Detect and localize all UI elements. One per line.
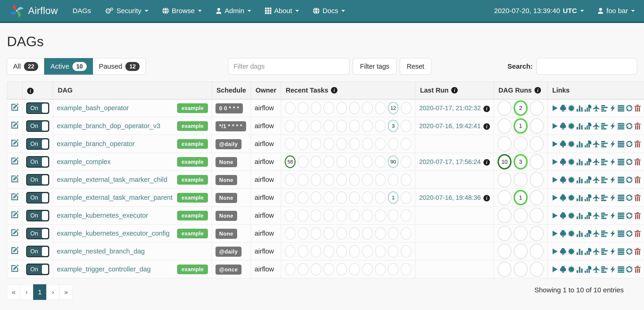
delete-dag-icon[interactable] <box>634 230 641 237</box>
graph-view-icon[interactable] <box>568 176 575 183</box>
schedule-badge[interactable]: @daily <box>216 247 242 257</box>
landing-times-icon[interactable] <box>593 194 600 201</box>
dag-run-running-circle[interactable]: 1 <box>514 118 528 134</box>
landing-times-icon[interactable] <box>593 123 600 130</box>
refresh-icon[interactable] <box>626 141 633 148</box>
recent-task-running-circle[interactable] <box>298 191 308 204</box>
recent-task-failed-circle[interactable] <box>310 155 321 168</box>
tree-view-icon[interactable] <box>560 194 566 201</box>
dag-run-failed-circle[interactable] <box>530 100 544 116</box>
recent-task-running-circle[interactable] <box>298 263 308 276</box>
dag-pause-toggle[interactable]: On <box>26 102 49 114</box>
filter-dags-input[interactable] <box>228 58 350 75</box>
recent-task-none-circle[interactable]: 1 <box>388 191 398 204</box>
dag-tag-badge[interactable]: example <box>177 175 208 185</box>
trigger-dag-icon[interactable] <box>551 123 558 130</box>
gantt-view-icon[interactable] <box>601 105 608 112</box>
recent-task-upstream_failed-circle[interactable] <box>324 263 334 276</box>
recent-task-scheduled-circle[interactable] <box>401 191 412 204</box>
dag-tag-badge[interactable]: example <box>177 193 208 202</box>
recent-task-queued-circle[interactable] <box>375 155 386 168</box>
task-duration-icon[interactable] <box>576 176 583 183</box>
recent-task-running-circle[interactable] <box>298 102 308 114</box>
schedule-badge[interactable]: 0 0 * * * <box>216 103 243 113</box>
recent-task-running-circle[interactable] <box>298 209 308 222</box>
recent-task-success-circle[interactable] <box>285 209 296 222</box>
recent-task-skipped-circle[interactable] <box>336 227 347 240</box>
edit-dag-icon[interactable] <box>11 139 19 147</box>
recent-task-running-circle[interactable] <box>298 173 308 186</box>
task-duration-icon[interactable] <box>576 105 583 112</box>
code-view-icon[interactable] <box>609 266 616 273</box>
recent-task-up_for_retry-circle[interactable] <box>349 138 360 150</box>
dag-run-running-circle[interactable] <box>514 136 528 152</box>
recent-task-up_for_retry-circle[interactable] <box>349 227 360 240</box>
dag-tag-badge[interactable]: example <box>177 139 208 149</box>
recent-task-scheduled-circle[interactable] <box>401 263 412 276</box>
edit-dag-icon[interactable] <box>11 121 19 129</box>
recent-task-queued-circle[interactable] <box>375 263 386 276</box>
code-view-icon[interactable] <box>609 248 616 255</box>
logs-icon[interactable] <box>618 123 624 130</box>
dag-run-running-circle[interactable] <box>514 262 528 277</box>
recent-task-success-circle[interactable]: 58 <box>285 155 296 168</box>
refresh-icon[interactable] <box>626 176 633 183</box>
filter-paused-button[interactable]: Paused 12 <box>93 58 146 75</box>
schedule-badge[interactable]: None <box>216 175 237 185</box>
dag-run-success-circle[interactable] <box>498 190 512 205</box>
recent-task-scheduled-circle[interactable] <box>401 120 412 132</box>
recent-task-skipped-circle[interactable] <box>336 173 347 186</box>
dag-name-link[interactable]: example_kubernetes_executor <box>57 212 148 219</box>
edit-dag-icon[interactable] <box>11 175 19 183</box>
recent-task-failed-circle[interactable] <box>310 138 321 150</box>
recent-task-success-circle[interactable] <box>285 173 296 186</box>
recent-task-none-circle[interactable]: 90 <box>388 155 398 168</box>
recent-task-scheduled-circle[interactable] <box>401 173 412 186</box>
nav-item-browse[interactable]: Browse <box>162 7 202 15</box>
recent-task-up_for_reschedule-circle[interactable] <box>362 245 373 258</box>
filter-tags-select[interactable]: Filter tags <box>353 58 396 75</box>
logs-icon[interactable] <box>618 266 624 273</box>
logs-icon[interactable] <box>618 248 624 255</box>
tree-view-icon[interactable] <box>560 212 566 219</box>
dag-run-failed-circle[interactable] <box>530 172 544 187</box>
pagination-page-1-button[interactable]: 1 <box>33 284 46 300</box>
dag-name-link[interactable]: example_external_task_marker_parent <box>57 194 172 201</box>
recent-task-success-circle[interactable] <box>285 191 296 204</box>
task-tries-icon[interactable] <box>584 141 591 148</box>
dag-name-link[interactable]: example_branch_dop_operator_v3 <box>57 122 160 130</box>
dag-name-link[interactable]: example_external_task_marker_child <box>57 176 167 183</box>
schedule-badge[interactable]: @daily <box>216 139 242 149</box>
gantt-view-icon[interactable] <box>601 123 608 130</box>
recent-task-skipped-circle[interactable] <box>336 138 347 150</box>
nav-item-about[interactable]: About <box>265 7 299 15</box>
delete-dag-icon[interactable] <box>634 266 641 273</box>
dag-column-header[interactable]: DAG <box>53 82 212 99</box>
dag-pause-toggle[interactable]: On <box>26 228 49 239</box>
dag-pause-toggle[interactable]: On <box>26 156 49 168</box>
delete-dag-icon[interactable] <box>634 212 641 219</box>
refresh-icon[interactable] <box>626 194 633 201</box>
recent-task-up_for_reschedule-circle[interactable] <box>362 227 373 240</box>
recent-task-upstream_failed-circle[interactable] <box>324 138 334 150</box>
task-tries-icon[interactable] <box>584 123 591 130</box>
tree-view-icon[interactable] <box>560 176 566 183</box>
schedule-badge[interactable]: @once <box>216 265 242 275</box>
edit-dag-icon[interactable] <box>11 265 19 272</box>
delete-dag-icon[interactable] <box>634 123 641 130</box>
dag-name-link[interactable]: example_nested_branch_dag <box>57 248 145 255</box>
recent-task-up_for_reschedule-circle[interactable] <box>362 173 373 186</box>
dag-run-success-circle[interactable] <box>498 136 512 152</box>
recent-task-success-circle[interactable] <box>285 138 296 150</box>
refresh-icon[interactable] <box>626 123 633 130</box>
dag-name-link[interactable]: example_complex <box>57 158 111 165</box>
landing-times-icon[interactable] <box>593 230 600 237</box>
recent-task-up_for_retry-circle[interactable] <box>349 173 360 186</box>
recent-task-up_for_reschedule-circle[interactable] <box>362 155 373 168</box>
graph-view-icon[interactable] <box>568 158 575 165</box>
gantt-view-icon[interactable] <box>601 266 608 273</box>
dag-run-failed-circle[interactable] <box>530 154 544 169</box>
last-run-link[interactable]: 2020-07-16, 19:48:36 <box>419 194 481 201</box>
code-view-icon[interactable] <box>609 105 616 112</box>
dag-tag-badge[interactable]: example <box>177 229 208 238</box>
